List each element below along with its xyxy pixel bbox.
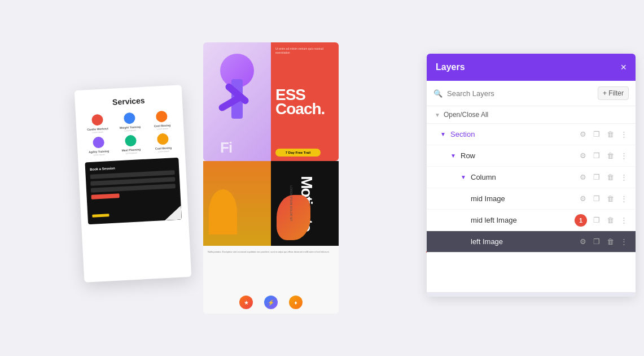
settings-icon[interactable]: ⚙ xyxy=(578,151,588,160)
layer-row-section[interactable]: ▼ Section ⚙ ❐ 🗑 ⋮ xyxy=(427,124,636,145)
layers-panel-header: Layers × xyxy=(427,54,636,81)
layer-actions-mid-left-image: ❐ 🗑 ⋮ xyxy=(592,216,629,224)
fitness-top-right: Ut enim ad minim veniam quis nostrud exe… xyxy=(271,42,339,161)
service-item: Weight Training Lorem ipsum xyxy=(115,112,144,133)
scroll-bar[interactable] xyxy=(427,292,636,297)
settings-icon[interactable]: ⚙ xyxy=(578,194,588,203)
layer-name-section: Section xyxy=(450,130,576,138)
services-grid: Cardio Workout Lorem ipsum Weight Traini… xyxy=(82,110,178,157)
fitness-icon: ⚡ xyxy=(264,296,278,309)
settings-icon[interactable]: ⚙ xyxy=(578,237,588,246)
fitness-icon: ★ xyxy=(239,296,253,309)
chevron-down-icon: ▼ xyxy=(435,112,440,118)
service-item: Cool Boxing Lorem ipsum xyxy=(148,133,178,154)
layer-actions-row: ⚙ ❐ 🗑 ⋮ xyxy=(578,151,629,160)
badge-1: 1 xyxy=(575,214,587,227)
duplicate-icon[interactable]: ❐ xyxy=(592,216,602,224)
layer-row-row[interactable]: ▼ Row ⚙ ❐ 🗑 ⋮ xyxy=(427,145,636,167)
delete-icon[interactable]: 🗑 xyxy=(605,130,615,138)
duplicate-icon[interactable]: ❐ xyxy=(592,130,602,138)
layer-row-mid-image[interactable]: mid Image ⚙ ❐ 🗑 ⋮ xyxy=(427,188,636,210)
more-icon[interactable]: ⋮ xyxy=(619,130,629,138)
service-item: Meal Planning Lorem ipsum xyxy=(116,134,146,155)
filter-button[interactable]: + Filter xyxy=(598,86,629,100)
layers-search-input[interactable] xyxy=(447,89,593,98)
fitness-icons-row: ★ ⚡ ♦ xyxy=(208,293,334,309)
services-form xyxy=(90,170,176,199)
more-icon[interactable]: ⋮ xyxy=(619,151,629,160)
duplicate-icon[interactable]: ❐ xyxy=(592,194,602,203)
layer-name-mid-left-image: mid left Image xyxy=(471,216,572,224)
service-item: Cardio Workout Lorem ipsum xyxy=(82,114,112,134)
open-close-all[interactable]: ▼ Open/Close All xyxy=(427,106,636,124)
more-icon[interactable]: ⋮ xyxy=(619,173,629,181)
layers-panel: Layers × 🔍 + Filter ▼ Open/Close All ▼ S… xyxy=(427,54,636,297)
fitness-mid: Motivate LOREM IPSUM DOLOR SIT xyxy=(203,161,339,246)
layer-row-mid-left-image[interactable]: mid left Image 1 ❐ 🗑 ⋮ xyxy=(427,210,636,231)
fitness-top-left: Fi xyxy=(203,42,271,161)
services-card: Services Cardio Workout Lorem ipsum Weig… xyxy=(75,85,192,282)
layers-search-bar: 🔍 + Filter xyxy=(427,81,636,106)
delete-icon[interactable]: 🗑 xyxy=(605,237,615,246)
layers-close-button[interactable]: × xyxy=(620,62,627,73)
duplicate-icon[interactable]: ❐ xyxy=(592,173,602,181)
delete-icon[interactable]: 🗑 xyxy=(605,151,615,160)
duplicate-icon[interactable]: ❐ xyxy=(592,151,602,160)
more-icon[interactable]: ⋮ xyxy=(619,237,629,246)
layer-actions-column: ⚙ ❐ 🗑 ⋮ xyxy=(578,173,629,181)
services-title: Services xyxy=(82,94,176,108)
more-icon[interactable]: ⋮ xyxy=(619,194,629,203)
layer-name-row: Row xyxy=(461,151,576,160)
fitness-collage: Fi Ut enim ad minim veniam quis nostrud … xyxy=(203,42,339,314)
fitness-top: Fi Ut enim ad minim veniam quis nostrud … xyxy=(203,42,339,161)
settings-icon[interactable]: ⚙ xyxy=(578,130,588,138)
delete-icon[interactable]: 🗑 xyxy=(605,173,615,181)
layer-row-column[interactable]: ▼ Column ⚙ ❐ 🗑 ⋮ xyxy=(427,167,636,188)
chevron-down-icon: ▼ xyxy=(461,174,466,180)
fitness-mid-left xyxy=(203,161,271,246)
free-trial-button[interactable]: 7 Day Free Trail xyxy=(275,149,321,157)
search-icon: 🔍 xyxy=(433,89,443,98)
chevron-down-icon: ▼ xyxy=(450,153,456,159)
service-item: Cool Boxing Lorem ipsum xyxy=(147,110,177,131)
mockup-area: Services Cardio Workout Lorem ipsum Weig… xyxy=(0,0,418,356)
layer-actions-section: ⚙ ❐ 🗑 ⋮ xyxy=(578,130,629,138)
service-item: Agility Training Lorem ipsum xyxy=(84,136,113,157)
layers-panel-title: Layers xyxy=(436,62,465,72)
more-icon[interactable]: ⋮ xyxy=(619,216,629,224)
layer-actions-mid-image: ⚙ ❐ 🗑 ⋮ xyxy=(578,194,629,203)
layer-name-mid-image: mid Image xyxy=(471,194,576,203)
delete-icon[interactable]: 🗑 xyxy=(605,194,615,203)
fitness-bottom: Nulla pariatur. Excepteur sint occaecat … xyxy=(203,246,339,314)
layer-actions-left-image: ⚙ ❐ 🗑 ⋮ xyxy=(578,237,629,246)
chevron-down-icon: ▼ xyxy=(440,131,446,137)
layer-row-left-image[interactable]: left Image ⚙ ❐ 🗑 ⋮ xyxy=(427,231,636,253)
fitness-icon: ♦ xyxy=(289,296,303,309)
fitness-mid-right: Motivate LOREM IPSUM DOLOR SIT xyxy=(271,161,339,246)
duplicate-icon[interactable]: ❐ xyxy=(592,237,602,246)
settings-icon[interactable]: ⚙ xyxy=(578,173,588,181)
delete-icon[interactable]: 🗑 xyxy=(605,216,615,224)
services-bottom-section: Book a Session xyxy=(85,158,182,225)
layer-name-column: Column xyxy=(471,173,576,181)
layer-name-left-image: left Image xyxy=(471,237,576,246)
